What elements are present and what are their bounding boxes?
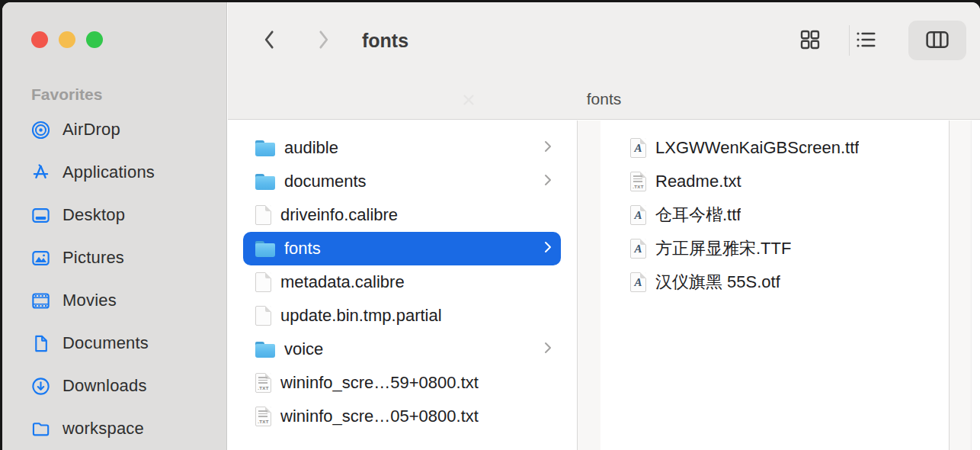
text-lines-decoration (258, 410, 267, 419)
sidebar-item-desktop[interactable]: Desktop (2, 194, 226, 236)
sidebar-item-label: Movies (62, 291, 117, 310)
close-window-button[interactable] (31, 31, 48, 48)
file-name: 仓耳今楷.ttf (655, 204, 741, 227)
sidebar-item-label: Desktop (62, 205, 125, 225)
file-name: 汉仪旗黑 55S.otf (655, 271, 780, 294)
back-button[interactable] (258, 29, 281, 52)
file-row-cangeer-ttf[interactable]: A 仓耳今楷.ttf (616, 198, 934, 232)
sidebar-item-documents[interactable]: Documents (2, 322, 226, 365)
sidebar-item-label: Pictures (62, 248, 124, 268)
file-column-middle: audible documents driveinfo.calibre font… (228, 121, 578, 450)
file-name: update.bin.tmp.partial (280, 306, 442, 326)
file-row-audible[interactable]: audible (243, 131, 561, 165)
column-scrollbar-gutter (950, 121, 972, 450)
file-name: driveinfo.calibre (280, 205, 398, 225)
column-view-button[interactable] (908, 21, 966, 60)
file-row-readme-txt[interactable]: .TXT Readme.txt (616, 165, 934, 198)
sidebar-item-downloads[interactable]: Downloads (2, 365, 226, 407)
sidebar-item-pictures[interactable]: Pictures (2, 236, 226, 279)
text-file-icon: .TXT (630, 172, 646, 191)
text-file-icon: .TXT (255, 407, 271, 426)
sidebar: Favorites AirDrop (2, 2, 227, 450)
applications-icon (30, 162, 51, 183)
font-glyph-a: A (631, 139, 645, 157)
file-row-lxgw-ttf[interactable]: A LXGWWenKaiGBScreen.ttf (616, 131, 934, 165)
pictures-icon (30, 247, 51, 268)
favorites-section-label: Favorites (31, 85, 102, 104)
file-column-right: A LXGWWenKaiGBScreen.ttf .TXT Readme.txt… (600, 121, 950, 450)
sidebar-item-label: AirDrop (62, 120, 120, 140)
tab-title[interactable]: fonts (228, 79, 980, 120)
chevron-right-icon (544, 174, 552, 189)
txt-badge: .TXT (256, 386, 271, 391)
sidebar-item-applications[interactable]: Applications (2, 151, 226, 194)
file-row-fangzheng-ttf[interactable]: A 方正屏显雅宋.TTF (616, 232, 934, 265)
file-name: wininfo_scre…59+0800.txt (280, 373, 479, 393)
movies-icon (30, 290, 51, 311)
file-name: LXGWWenKaiGBScreen.ttf (655, 138, 859, 158)
column-scrollbar-gutter (578, 121, 600, 450)
column-view-icon (924, 28, 950, 53)
folder-icon (255, 341, 275, 358)
file-row-update-bin[interactable]: update.bin.tmp.partial (243, 299, 561, 333)
file-row-hanyi-otf[interactable]: A 汉仪旗黑 55S.otf (616, 265, 934, 299)
document-icon (30, 333, 51, 354)
folder-icon (255, 140, 275, 156)
font-file-icon: A (630, 239, 646, 259)
sidebar-item-label: Downloads (62, 376, 147, 396)
file-name: Readme.txt (655, 172, 741, 191)
file-name: audible (284, 138, 338, 158)
grid-view-icon (799, 28, 821, 53)
text-lines-decoration (258, 377, 267, 385)
list-view-icon (854, 28, 877, 53)
forward-button[interactable] (312, 29, 335, 52)
folder-icon (255, 240, 275, 257)
sidebar-item-label: Applications (62, 162, 155, 182)
file-column-preview (972, 121, 980, 450)
file-row-fonts-selected[interactable]: fonts (243, 232, 561, 265)
sidebar-item-airdrop[interactable]: AirDrop (2, 108, 226, 151)
file-row-driveinfo-calibre[interactable]: driveinfo.calibre (243, 198, 561, 232)
chevron-right-icon (313, 28, 333, 53)
folder-outline-icon (30, 418, 51, 439)
minimize-window-button[interactable] (59, 31, 75, 48)
text-lines-decoration (633, 175, 642, 184)
chevron-right-icon (544, 140, 552, 156)
file-row-documents[interactable]: documents (243, 165, 561, 198)
chevron-right-icon (544, 342, 552, 357)
window-title: fonts (362, 2, 408, 79)
sidebar-item-label: Documents (62, 333, 149, 353)
sidebar-item-label: workspace (62, 419, 144, 439)
file-row-wininfo-txt-2[interactable]: .TXT wininfo_scre…05+0800.txt (243, 400, 561, 433)
document-file-icon (255, 205, 271, 225)
file-name: fonts (284, 239, 321, 259)
list-view-button[interactable] (845, 20, 886, 61)
desktop-icon (30, 204, 51, 226)
font-file-icon: A (630, 272, 646, 292)
file-name: 方正屏显雅宋.TTF (655, 237, 791, 260)
downloads-icon (30, 375, 51, 397)
txt-badge: .TXT (631, 185, 645, 189)
font-glyph-a: A (631, 273, 645, 291)
font-file-icon: A (630, 205, 646, 225)
document-file-icon (255, 306, 271, 326)
file-row-voice[interactable]: voice (243, 333, 561, 366)
font-glyph-a: A (631, 239, 645, 258)
file-row-metadata-calibre[interactable]: metadata.calibre (243, 265, 561, 299)
finder-window: Favorites AirDrop (2, 2, 980, 450)
airdrop-icon (30, 119, 51, 140)
chevron-right-icon (544, 241, 552, 256)
file-name: voice (284, 339, 323, 359)
icon-view-button[interactable] (789, 20, 831, 61)
sidebar-favorites-list: AirDrop Applications (2, 108, 226, 450)
sidebar-item-movies[interactable]: Movies (2, 279, 226, 322)
text-file-icon: .TXT (255, 373, 271, 393)
traffic-lights (31, 31, 103, 48)
txt-badge: .TXT (256, 419, 271, 424)
file-row-wininfo-txt-1[interactable]: .TXT wininfo_scre…59+0800.txt (243, 366, 561, 400)
column-browser: audible documents driveinfo.calibre font… (228, 121, 980, 450)
file-name: documents (284, 172, 367, 191)
font-glyph-a: A (631, 206, 645, 224)
zoom-window-button[interactable] (86, 31, 103, 48)
sidebar-item-workspace[interactable]: workspace (2, 407, 226, 450)
